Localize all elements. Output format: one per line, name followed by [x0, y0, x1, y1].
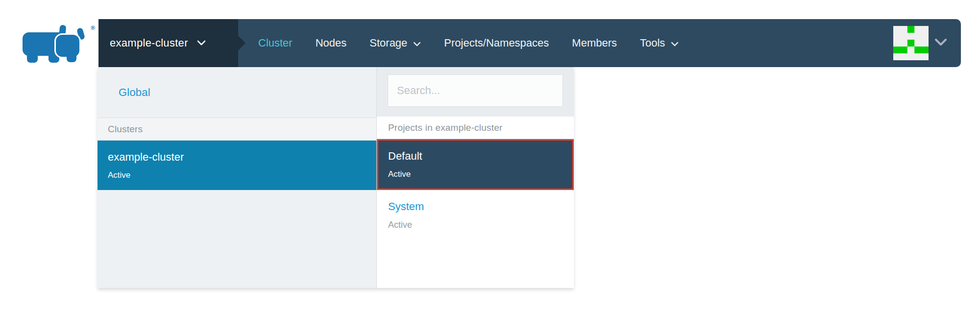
tab-nodes[interactable]: Nodes	[316, 37, 347, 49]
tab-projects-namespaces-label: Projects/Namespaces	[444, 37, 549, 49]
projects-column: Projects in example-cluster Default Acti…	[377, 67, 574, 288]
cluster-row-example-cluster[interactable]: example-cluster Active	[98, 141, 376, 190]
project-search-input[interactable]	[388, 74, 563, 107]
chevron-down-icon	[934, 38, 947, 48]
project-name: System	[388, 200, 574, 213]
cluster-selector-arrow	[238, 36, 245, 50]
tab-members-label: Members	[572, 37, 617, 49]
projects-section-label: Projects in example-cluster	[377, 117, 574, 139]
cluster-selector-label: example-cluster	[110, 37, 188, 49]
chevron-down-icon	[671, 37, 679, 49]
global-row: Global	[98, 67, 376, 118]
project-status: Active	[388, 220, 574, 230]
project-row-system[interactable]: System Active	[377, 190, 574, 240]
tab-tools-label: Tools	[640, 37, 665, 49]
project-name: Default	[388, 150, 572, 163]
rancher-bull-icon	[21, 24, 90, 63]
clusters-column-empty-area	[98, 190, 376, 288]
tab-members[interactable]: Members	[572, 37, 617, 49]
user-avatar-identicon	[893, 26, 929, 60]
clusters-column: Global Clusters example-cluster Active	[98, 67, 377, 288]
nav-items: Cluster Nodes Storage Projects/Namespace…	[258, 37, 679, 49]
registered-trademark: ®	[91, 24, 95, 31]
project-status: Active	[388, 169, 572, 179]
projects-column-empty-area	[377, 240, 574, 288]
chevron-down-icon	[197, 39, 206, 48]
tab-projects-namespaces[interactable]: Projects/Namespaces	[444, 37, 549, 49]
tab-tools[interactable]: Tools	[640, 37, 679, 49]
project-search-area	[377, 67, 574, 117]
cluster-selector-dropdown[interactable]: example-cluster	[98, 19, 238, 67]
tab-storage[interactable]: Storage	[369, 37, 421, 49]
chevron-down-icon	[413, 37, 421, 49]
top-navbar: example-cluster Cluster Nodes Storage Pr…	[98, 19, 961, 67]
user-menu[interactable]	[893, 26, 947, 60]
tab-nodes-label: Nodes	[316, 37, 347, 49]
cluster-name: example-cluster	[108, 151, 376, 164]
tab-storage-label: Storage	[369, 37, 407, 49]
global-link[interactable]: Global	[119, 86, 150, 99]
tab-cluster[interactable]: Cluster	[258, 37, 293, 49]
tab-cluster-label: Cluster	[258, 37, 293, 49]
cluster-status: Active	[108, 170, 376, 180]
project-row-default[interactable]: Default Active	[377, 139, 574, 190]
rancher-logo[interactable]: ®	[21, 24, 94, 63]
clusters-section-label: Clusters	[98, 118, 376, 141]
cluster-switcher-menu: Global Clusters example-cluster Active P…	[98, 67, 574, 288]
